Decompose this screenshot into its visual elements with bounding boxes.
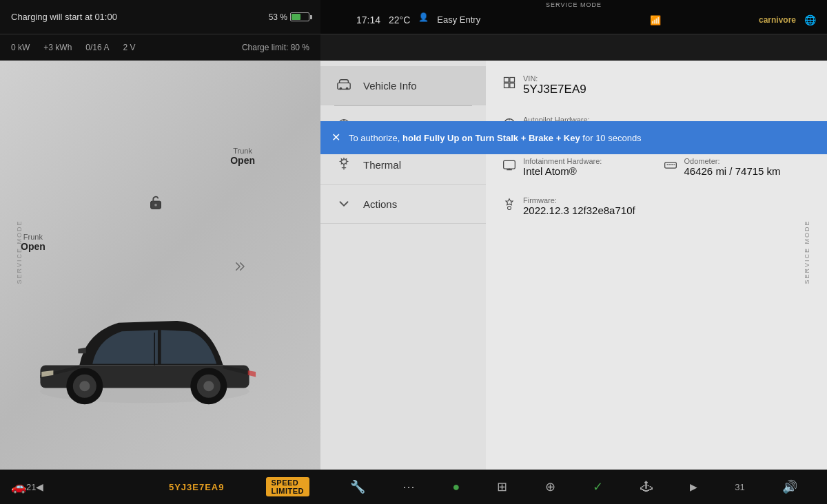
bottom-spotify-icon[interactable]: ●	[452, 480, 460, 494]
status-temperature: 22°C	[389, 14, 410, 25]
battery-percentage: 53 %	[269, 12, 287, 22]
svg-rect-23	[664, 162, 676, 168]
bottom-grid-icon[interactable]: ⊞	[497, 479, 507, 494]
bottom-volume-icon[interactable]: 🔊	[782, 479, 797, 494]
frunk-value: Open	[21, 241, 45, 252]
infotainment-text: Infotainment Hardware: Intel Atom®	[523, 157, 650, 177]
firmware-label: Firmware:	[523, 196, 810, 204]
left-panel: Trunk Open Frunk Open	[0, 61, 320, 470]
thermal-label: Thermal	[363, 159, 401, 171]
bottom-joystick-icon[interactable]: 🕹	[640, 480, 653, 494]
vin-value: 5YJ3E7EA9	[523, 83, 650, 96]
odometer-container: Odometer: 46426 mi / 74715 km	[664, 157, 811, 177]
vin-container: VIN: 5YJ3E7EA9	[502, 74, 650, 96]
auth-prefix: To authorize,	[349, 133, 400, 143]
bottom-left-area: 🚗 21 ◀ 5YJ3E7EA9 SPEED LIMITED	[0, 470, 320, 504]
bottom-wrench-icon[interactable]: 🔧	[350, 479, 365, 494]
grid-spacer-1	[664, 74, 811, 96]
charge-port-icon	[234, 260, 246, 275]
vin-text: VIN: 5YJ3E7EA9	[523, 74, 650, 96]
auth-banner: ✕ To authorize, hold Fully Up on Turn St…	[320, 121, 827, 154]
infotainment-container: Infotainment Hardware: Intel Atom®	[502, 157, 650, 177]
trunk-value: Open	[230, 155, 255, 166]
lock-icon-area	[148, 195, 163, 213]
user-icon: 👤	[418, 12, 429, 22]
bottom-forward-icon[interactable]: ▶	[690, 481, 697, 492]
bottom-car-icon[interactable]: 🚗	[11, 479, 26, 494]
charge-info-bar: 0 kW +3 kWh 0/16 A 2 V Charge limit: 80 …	[0, 34, 320, 61]
firmware-text: Firmware: 2022.12.3 12f32e8a710f	[523, 196, 810, 216]
service-mode-left-label: SERVICE MODE	[16, 220, 23, 284]
status-user-label: Easy Entry	[437, 14, 480, 25]
frunk-status: Frunk Open	[21, 233, 45, 252]
trunk-label-text: Trunk	[230, 147, 255, 155]
odometer-text: Odometer: 46426 mi / 74715 km	[684, 157, 811, 177]
svg-rect-18	[504, 83, 509, 88]
actions-label: Actions	[363, 198, 397, 210]
odometer-label: Odometer:	[684, 157, 811, 165]
menu-item-vehicle-info[interactable]: Vehicle Info	[320, 66, 486, 105]
lock-icon	[148, 195, 163, 210]
battery-fill	[292, 14, 300, 20]
charging-status-text: Charging will start at 01:00	[11, 12, 117, 22]
odometer-value: 46426 mi / 74715 km	[684, 165, 811, 177]
svg-rect-17	[510, 78, 515, 83]
bottom-back-icon[interactable]: ◀	[36, 481, 43, 492]
charge-power: 0 kW	[11, 43, 30, 52]
svg-point-10	[154, 204, 157, 207]
car-silhouette	[21, 277, 269, 414]
right-top-bar: SERVICE MODE 📶 17:14 22°C 👤 Easy Entry c…	[320, 0, 827, 34]
firmware-icon	[502, 198, 516, 215]
vehicle-info-icon	[334, 76, 354, 95]
charge-energy: +3 kWh	[43, 43, 72, 52]
svg-point-24	[508, 207, 511, 210]
auth-suffix: for 10 seconds	[582, 133, 641, 143]
charge-current: 0/16 A	[85, 43, 109, 52]
vin-label: VIN:	[523, 74, 650, 83]
svg-rect-22	[504, 160, 515, 169]
car-image-area: Trunk Open Frunk Open	[0, 61, 320, 470]
infotainment-label: Infotainment Hardware:	[523, 157, 650, 165]
svg-rect-11	[338, 83, 350, 89]
svg-point-12	[340, 87, 343, 90]
service-mode-right-label: SERVICE MODE	[804, 220, 811, 284]
top-status-bar: Charging will start at 01:00 53 % SERVIC…	[0, 0, 827, 34]
battery-icon	[290, 12, 309, 21]
vin-icon	[502, 76, 516, 93]
thermal-icon	[334, 155, 354, 174]
bottom-bar: 🚗 21 ◀ 5YJ3E7EA9 SPEED LIMITED 🔧 ⋯ ● ⊞ ⊕…	[0, 470, 827, 504]
right-panel: ✕ To authorize, hold Fully Up on Turn St…	[320, 61, 827, 470]
svg-rect-16	[504, 78, 509, 83]
bottom-vin-speed-area: 5YJ3E7EA9 SPEED LIMITED	[169, 477, 309, 496]
trunk-status: Trunk Open	[230, 147, 255, 166]
bottom-vin-text: 5YJ3E7EA9	[169, 482, 225, 492]
vehicle-info-label: Vehicle Info	[363, 80, 417, 92]
bottom-crosshair-icon[interactable]: ⊕	[545, 479, 555, 494]
auth-close-button[interactable]: ✕	[331, 132, 340, 143]
service-mode-banner: SERVICE MODE	[546, 1, 602, 8]
battery-area: 53 %	[269, 12, 309, 22]
infotainment-icon	[502, 158, 516, 176]
svg-point-7	[203, 381, 214, 391]
svg-point-4	[79, 381, 90, 391]
bottom-right-speed: 31	[735, 482, 744, 492]
bottom-right-area: 🔧 ⋯ ● ⊞ ⊕ ✓ 🕹 ▶ 31 🔊	[320, 470, 827, 504]
bottom-check-icon[interactable]: ✓	[593, 479, 603, 494]
status-time: 17:14	[356, 14, 380, 25]
charge-voltage: 2 V	[123, 43, 135, 52]
main-container: Trunk Open Frunk Open	[0, 61, 827, 470]
wifi-icon: 📶	[650, 14, 661, 25]
bottom-speed-badge: SPEED LIMITED	[266, 477, 310, 496]
carnivore-logo: carnivore	[759, 15, 796, 25]
bottom-left-speed: 21	[26, 482, 36, 492]
charge-limit: Charge limit: 80 %	[242, 43, 309, 52]
menu-item-actions[interactable]: Actions	[320, 185, 486, 224]
svg-rect-19	[510, 83, 515, 88]
firmware-value: 2022.12.3 12f32e8a710f	[523, 204, 810, 216]
infotainment-value: Intel Atom®	[523, 165, 650, 177]
svg-point-13	[346, 87, 349, 90]
actions-icon	[334, 194, 354, 213]
bottom-dots-icon[interactable]: ⋯	[402, 479, 415, 494]
firmware-container: Firmware: 2022.12.3 12f32e8a710f	[502, 196, 810, 216]
auth-message: To authorize, hold Fully Up on Turn Stal…	[349, 133, 642, 143]
